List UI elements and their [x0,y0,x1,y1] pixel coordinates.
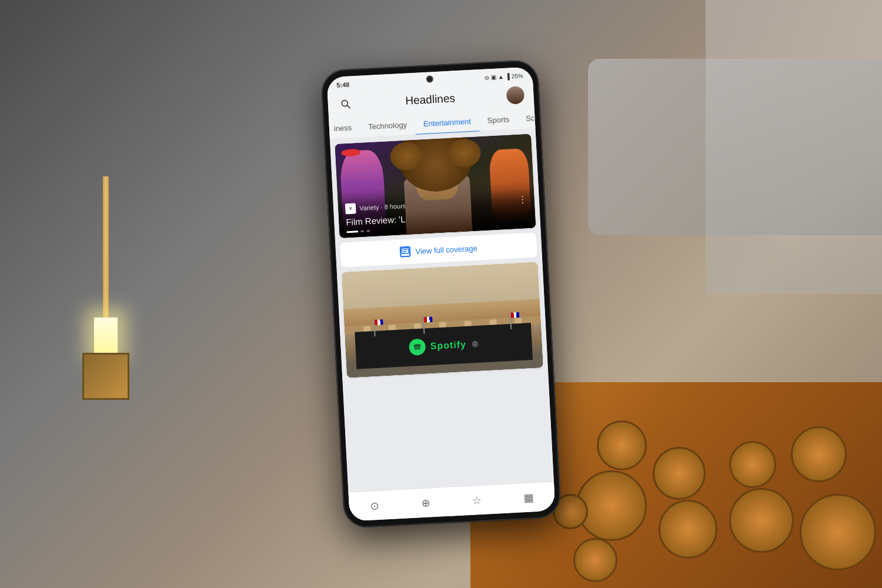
tab-entertainment[interactable]: Entertainment [415,111,480,135]
do-not-disturb-icon: ⊖ [485,74,490,81]
background-stairs [706,0,882,294]
nav-home[interactable]: ⊙ [370,499,379,513]
battery-icon: ▣ [491,74,497,80]
lamp [82,176,129,412]
svg-rect-4 [403,251,406,252]
wood-circle [800,494,876,570]
phone-body: 5:48 ⊖ ▣ ▲ ▐ 25% Headlines [320,59,562,529]
spotify-text: Spotify [430,339,466,352]
news-card-2[interactable]: Spotify ® [342,262,543,377]
battery-percent: 25% [511,72,523,79]
lamp-base [82,353,129,400]
app-title: Headlines [353,89,507,111]
tab-technology[interactable]: Technology [359,114,415,138]
more-options-button-1[interactable]: ⋮ [517,195,527,205]
spotify-logo [409,339,426,356]
trending-icon: ▦ [523,491,534,505]
svg-rect-2 [402,248,409,254]
signal-icon: ▐ [505,73,510,79]
indicator-dot-active [346,230,358,233]
saved-icon: ☆ [472,493,482,507]
avatar[interactable] [506,86,525,105]
spotify-trademark: ® [472,339,479,349]
phone: 5:48 ⊖ ▣ ▲ ▐ 25% Headlines [320,59,562,529]
view-full-coverage-button[interactable]: View full coverage [340,232,537,267]
wood-circle [653,447,706,500]
nav-explore[interactable]: ⊕ [421,496,430,510]
wood-circle [597,420,647,470]
wood-circle [573,538,617,582]
wood-circle [791,426,847,482]
wood-circle [729,488,794,553]
tab-sports[interactable]: Sports [479,109,518,131]
spotify-scene: Spotify ® [342,262,543,377]
search-button[interactable] [337,95,354,112]
coverage-text: View full coverage [415,243,477,255]
lamp-light [94,318,118,353]
nav-saved[interactable]: ☆ [472,493,482,507]
wood-circle [729,441,776,488]
news-card-1[interactable]: V Variety · 8 hours ago ⋮ Film Review: '… [335,134,536,238]
card-image-1: V Variety · 8 hours ago ⋮ Film Review: '… [335,134,536,238]
home-icon: ⊙ [370,499,379,513]
coverage-icon [400,246,411,258]
explore-icon: ⊕ [421,496,430,510]
card-image-2: Spotify ® [342,262,543,377]
svg-line-1 [348,105,350,108]
status-time: 5:48 [336,81,350,89]
status-icons: ⊖ ▣ ▲ ▐ 25% [485,72,524,81]
scroll-content: V Variety · 8 hours ago ⋮ Film Review: '… [330,129,554,507]
wood-circle [659,500,717,559]
indicator-dot-1 [360,230,364,232]
indicator-dot-2 [366,230,370,232]
nav-trending[interactable]: ▦ [523,491,534,505]
phone-screen: 5:48 ⊖ ▣ ▲ ▐ 25% Headlines [326,66,555,521]
svg-rect-3 [403,249,407,250]
tab-science[interactable]: Science [517,108,535,129]
source-logo-1: V [345,203,356,214]
wifi-icon: ▲ [497,73,503,80]
tab-business[interactable]: iness [331,117,360,139]
